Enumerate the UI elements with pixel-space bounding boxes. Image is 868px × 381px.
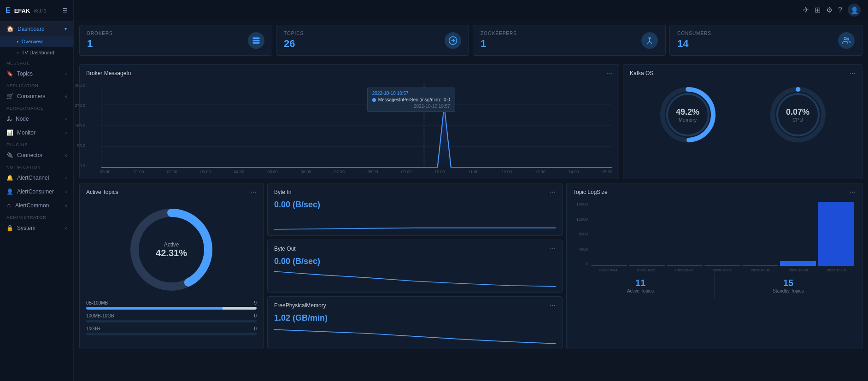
free-memory-chart (268, 326, 562, 349)
stat-card-zookeepers: ZOOKEEPERS 1 (473, 25, 666, 56)
logsize-bar-4 (742, 265, 778, 266)
sidebar-sub-item-tvdashboard[interactable]: ○ TV Dashboard (0, 47, 73, 58)
free-memory-sparkline (274, 326, 556, 345)
sidebar-item-alertchannel[interactable]: 🔔 AlertChannel ‹ (0, 171, 73, 185)
sidebar-item-alertconsumer[interactable]: 👤 AlertConsumer ‹ (0, 185, 73, 199)
sidebar-item-dashboard[interactable]: 🏠 Dashboard ▾ (0, 22, 73, 36)
broker-panel-title: Broker MessageIn (86, 70, 131, 76)
section-label-administrator: ADMINISTRATOR (0, 212, 73, 221)
chevron-icon-topics: ‹ (65, 71, 67, 76)
byte-out-sparkline (274, 269, 556, 288)
topic-bar-0b-header: 0B-100MB 9 (86, 300, 257, 305)
svg-marker-14 (101, 106, 612, 168)
active-topics-menu[interactable]: ··· (251, 188, 257, 196)
memory-gauge: 49.2% Memory (658, 85, 718, 145)
consumers-icon: 🛒 (6, 93, 13, 100)
logo-icon: E (6, 6, 11, 15)
chevron-icon-monitor: ‹ (65, 130, 67, 135)
sidebar-item-alertcommon[interactable]: ⚠ AlertCommon ‹ (0, 199, 73, 212)
topic-bar-0b-track (86, 307, 257, 310)
brokers-value: 1 (87, 38, 113, 50)
chevron-icon-alertchannel: ‹ (65, 176, 67, 181)
logsize-bar-5 (780, 261, 816, 266)
stat-topics-left: TOPICS 26 (284, 31, 304, 50)
topic-bar-0b-label: 0B-100MB (86, 300, 108, 305)
broker-panel-menu[interactable]: ··· (606, 69, 612, 77)
memory-gauge-label: 49.2% Memory (676, 107, 699, 123)
topic-bar-0b-value: 9 (254, 300, 257, 305)
alertcommon-icon: ⚠ (6, 202, 12, 209)
hamburger-icon[interactable]: ☰ (63, 7, 68, 14)
logsize-bar-1 (629, 265, 665, 266)
broker-messagein-panel: Broker MessageIn ··· 360.0270.0180.090.0… (79, 64, 619, 179)
sidebar-item-topics[interactable]: 🔖 Topics ‹ (0, 67, 73, 81)
topic-bar-100mb-header: 100MB-10GB 0 (86, 313, 257, 318)
svg-rect-2 (253, 42, 260, 43)
stat-consumers-left: CONSUMERS 14 (677, 31, 711, 50)
logsize-active-topics: 11 Active Topics (567, 273, 714, 298)
system-label: System (17, 225, 35, 231)
alertchannel-label: AlertChannel (17, 175, 49, 181)
memory-gauge-container: 49.2% Memory (658, 85, 718, 145)
logsize-bar-container: 2022-10-042022-10-052022-10-062022-10-07… (589, 202, 856, 273)
cpu-gauge-label: 0.07% CPU (786, 107, 809, 123)
stat-brokers-left: BROKERS 1 (87, 31, 113, 50)
sidebar-item-consumers[interactable]: 🛒 Consumers ‹ (0, 89, 73, 103)
topic-bar-0b-fill (86, 307, 257, 310)
byte-out-menu[interactable]: ··· (550, 245, 556, 253)
topic-bar-100mb-label: 100MB-10GB (86, 313, 114, 318)
svg-point-4 (649, 37, 650, 38)
chart-svg (101, 83, 612, 168)
stat-card-consumers: CONSUMERS 14 (669, 25, 862, 56)
user-icon[interactable]: 👤 (848, 4, 861, 17)
svg-line-7 (650, 41, 652, 43)
topic-bar-100mb-track (86, 320, 257, 322)
standby-topics-count: 15 (718, 278, 858, 288)
brokers-icon (248, 32, 264, 49)
free-memory-header: FreePhysicalMemory ··· (268, 297, 562, 312)
app-version: v3.0.1 (34, 8, 46, 13)
topic-bar-10gb: 10GB+ 0 (86, 326, 257, 335)
zoo-icon (641, 32, 658, 49)
byte-out-title: Byte Out (274, 246, 296, 252)
chevron-icon-connector: ‹ (65, 153, 67, 158)
byte-out-chart (268, 269, 562, 292)
grid-icon[interactable]: ⊞ (815, 6, 821, 14)
sidebar-item-node[interactable]: 🖧 Node ‹ (0, 112, 73, 126)
svg-rect-1 (253, 40, 260, 41)
system-icon: 🔒 (6, 225, 13, 231)
sidebar-item-system[interactable]: 🔒 System ‹ (0, 221, 73, 235)
kafka-panel-menu[interactable]: ··· (850, 69, 856, 77)
logsize-standby-topics: 15 Standby Topics (714, 273, 862, 298)
active-topics-donut: Active 42.31% (125, 204, 217, 296)
active-topics-stat-label: Active Topics (570, 288, 710, 293)
active-topics-panel: Active Topics ··· Active 42.31% (79, 183, 264, 349)
sidebar: E EFAK v3.0.1 ☰ 🏠 Dashboard ▾ ● Overview… (0, 0, 74, 381)
sidebar-item-monitor[interactable]: 📊 Monitor ‹ (0, 126, 73, 140)
logsize-stats: 11 Active Topics 15 Standby Topics (567, 273, 862, 298)
byte-in-menu[interactable]: ··· (550, 188, 556, 196)
chevron-icon-consumers: ‹ (65, 94, 67, 99)
kafka-os-panel: Kafka OS ··· 49.2% (623, 64, 862, 179)
monitor-label: Monitor (17, 129, 35, 136)
byte-in-title: Byte In (274, 189, 291, 195)
sidebar-item-connector[interactable]: 🔌 Connector ‹ (0, 148, 73, 162)
free-memory-menu[interactable]: ··· (550, 301, 556, 310)
zoo-value: 1 (481, 38, 517, 50)
cpu-gauge: 0.07% CPU (768, 85, 828, 145)
compass-icon[interactable]: ✈ (803, 6, 809, 14)
sidebar-sub-item-overview[interactable]: ● Overview (0, 36, 73, 47)
free-memory-value: 1.02 (GB/min) (268, 312, 562, 326)
logsize-bar-0 (591, 265, 627, 266)
logsize-menu[interactable]: ··· (850, 188, 856, 196)
question-icon[interactable]: ? (838, 6, 842, 14)
active-topics-count: 11 (570, 278, 710, 288)
logsize-chart: 1600012000800040000 (567, 199, 862, 273)
zoo-label: ZOOKEEPERS (481, 31, 517, 36)
alertconsumer-icon: 👤 (6, 188, 13, 195)
gear-icon[interactable]: ⚙ (826, 6, 833, 14)
chevron-down-icon: ▾ (65, 26, 67, 31)
kafka-panel-title: Kafka OS (630, 70, 653, 76)
chart-x-labels: 00:0001:0002:0003:0004:00 05:0006:0007:0… (100, 168, 612, 174)
stat-card-brokers: BROKERS 1 (79, 25, 272, 56)
